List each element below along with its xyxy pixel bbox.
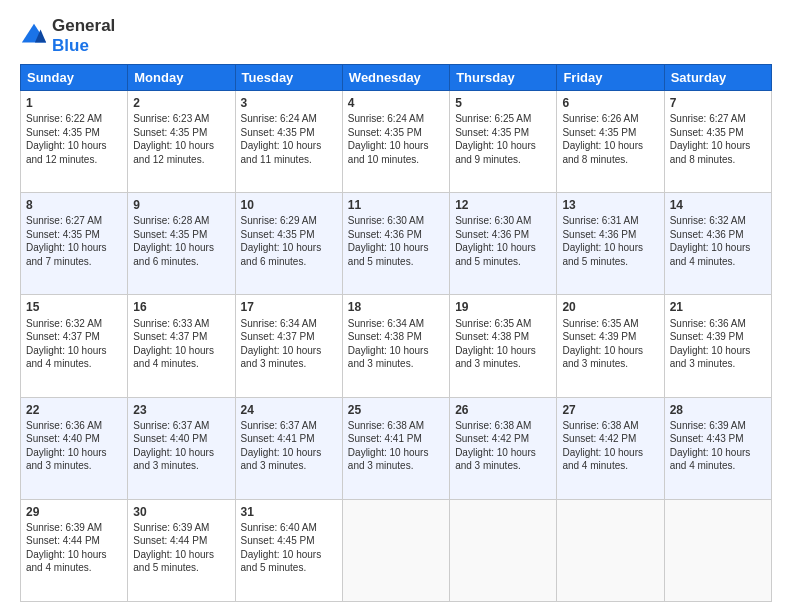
day-number: 14 [670, 197, 766, 213]
sunrise-text: Sunrise: 6:28 AM [133, 215, 209, 226]
logo: General Blue [20, 16, 115, 56]
calendar-week-2: 8Sunrise: 6:27 AMSunset: 4:35 PMDaylight… [21, 193, 772, 295]
sunrise-text: Sunrise: 6:24 AM [241, 113, 317, 124]
col-header-tuesday: Tuesday [235, 65, 342, 91]
day-number: 26 [455, 402, 551, 418]
page: General Blue SundayMondayTuesdayWednesda… [0, 0, 792, 612]
sunrise-text: Sunrise: 6:37 AM [133, 420, 209, 431]
calendar-day: 14Sunrise: 6:32 AMSunset: 4:36 PMDayligh… [664, 193, 771, 295]
sunset-text: Sunset: 4:44 PM [133, 535, 207, 546]
daylight-text: Daylight: 10 hours and 7 minutes. [26, 242, 107, 267]
sunrise-text: Sunrise: 6:34 AM [241, 318, 317, 329]
sunset-text: Sunset: 4:36 PM [562, 229, 636, 240]
sunset-text: Sunset: 4:35 PM [26, 127, 100, 138]
sunrise-text: Sunrise: 6:32 AM [670, 215, 746, 226]
day-number: 31 [241, 504, 337, 520]
calendar-week-3: 15Sunrise: 6:32 AMSunset: 4:37 PMDayligh… [21, 295, 772, 397]
day-number: 1 [26, 95, 122, 111]
day-number: 28 [670, 402, 766, 418]
sunset-text: Sunset: 4:44 PM [26, 535, 100, 546]
sunset-text: Sunset: 4:35 PM [348, 127, 422, 138]
sunset-text: Sunset: 4:35 PM [455, 127, 529, 138]
sunrise-text: Sunrise: 6:31 AM [562, 215, 638, 226]
sunrise-text: Sunrise: 6:30 AM [455, 215, 531, 226]
day-number: 2 [133, 95, 229, 111]
daylight-text: Daylight: 10 hours and 12 minutes. [26, 140, 107, 165]
day-number: 7 [670, 95, 766, 111]
sunset-text: Sunset: 4:37 PM [241, 331, 315, 342]
calendar-day: 12Sunrise: 6:30 AMSunset: 4:36 PMDayligh… [450, 193, 557, 295]
daylight-text: Daylight: 10 hours and 4 minutes. [562, 447, 643, 472]
sunset-text: Sunset: 4:36 PM [455, 229, 529, 240]
day-number: 6 [562, 95, 658, 111]
daylight-text: Daylight: 10 hours and 5 minutes. [348, 242, 429, 267]
col-header-sunday: Sunday [21, 65, 128, 91]
col-header-monday: Monday [128, 65, 235, 91]
calendar-week-1: 1Sunrise: 6:22 AMSunset: 4:35 PMDaylight… [21, 91, 772, 193]
sunrise-text: Sunrise: 6:24 AM [348, 113, 424, 124]
calendar-day: 20Sunrise: 6:35 AMSunset: 4:39 PMDayligh… [557, 295, 664, 397]
calendar-day: 26Sunrise: 6:38 AMSunset: 4:42 PMDayligh… [450, 397, 557, 499]
sunrise-text: Sunrise: 6:36 AM [670, 318, 746, 329]
calendar-day: 16Sunrise: 6:33 AMSunset: 4:37 PMDayligh… [128, 295, 235, 397]
sunset-text: Sunset: 4:41 PM [241, 433, 315, 444]
calendar-day: 23Sunrise: 6:37 AMSunset: 4:40 PMDayligh… [128, 397, 235, 499]
day-number: 12 [455, 197, 551, 213]
daylight-text: Daylight: 10 hours and 3 minutes. [562, 345, 643, 370]
daylight-text: Daylight: 10 hours and 4 minutes. [670, 242, 751, 267]
daylight-text: Daylight: 10 hours and 3 minutes. [241, 345, 322, 370]
sunrise-text: Sunrise: 6:36 AM [26, 420, 102, 431]
calendar-day: 7Sunrise: 6:27 AMSunset: 4:35 PMDaylight… [664, 91, 771, 193]
sunset-text: Sunset: 4:37 PM [133, 331, 207, 342]
sunset-text: Sunset: 4:41 PM [348, 433, 422, 444]
calendar-day: 15Sunrise: 6:32 AMSunset: 4:37 PMDayligh… [21, 295, 128, 397]
day-number: 20 [562, 299, 658, 315]
sunset-text: Sunset: 4:42 PM [455, 433, 529, 444]
sunrise-text: Sunrise: 6:34 AM [348, 318, 424, 329]
calendar-day: 4Sunrise: 6:24 AMSunset: 4:35 PMDaylight… [342, 91, 449, 193]
sunrise-text: Sunrise: 6:23 AM [133, 113, 209, 124]
calendar-day: 19Sunrise: 6:35 AMSunset: 4:38 PMDayligh… [450, 295, 557, 397]
calendar-day: 11Sunrise: 6:30 AMSunset: 4:36 PMDayligh… [342, 193, 449, 295]
col-header-thursday: Thursday [450, 65, 557, 91]
daylight-text: Daylight: 10 hours and 5 minutes. [455, 242, 536, 267]
col-header-friday: Friday [557, 65, 664, 91]
calendar-week-5: 29Sunrise: 6:39 AMSunset: 4:44 PMDayligh… [21, 499, 772, 601]
calendar-day [450, 499, 557, 601]
sunset-text: Sunset: 4:39 PM [670, 331, 744, 342]
daylight-text: Daylight: 10 hours and 4 minutes. [670, 447, 751, 472]
sunrise-text: Sunrise: 6:26 AM [562, 113, 638, 124]
day-number: 11 [348, 197, 444, 213]
sunrise-text: Sunrise: 6:39 AM [26, 522, 102, 533]
col-header-saturday: Saturday [664, 65, 771, 91]
daylight-text: Daylight: 10 hours and 3 minutes. [348, 447, 429, 472]
sunset-text: Sunset: 4:39 PM [562, 331, 636, 342]
calendar-day: 18Sunrise: 6:34 AMSunset: 4:38 PMDayligh… [342, 295, 449, 397]
day-number: 18 [348, 299, 444, 315]
daylight-text: Daylight: 10 hours and 5 minutes. [562, 242, 643, 267]
daylight-text: Daylight: 10 hours and 6 minutes. [133, 242, 214, 267]
daylight-text: Daylight: 10 hours and 5 minutes. [133, 549, 214, 574]
day-number: 3 [241, 95, 337, 111]
daylight-text: Daylight: 10 hours and 9 minutes. [455, 140, 536, 165]
calendar-day: 27Sunrise: 6:38 AMSunset: 4:42 PMDayligh… [557, 397, 664, 499]
sunrise-text: Sunrise: 6:35 AM [562, 318, 638, 329]
daylight-text: Daylight: 10 hours and 5 minutes. [241, 549, 322, 574]
calendar-day [664, 499, 771, 601]
calendar-day: 29Sunrise: 6:39 AMSunset: 4:44 PMDayligh… [21, 499, 128, 601]
calendar-day: 30Sunrise: 6:39 AMSunset: 4:44 PMDayligh… [128, 499, 235, 601]
calendar-day: 5Sunrise: 6:25 AMSunset: 4:35 PMDaylight… [450, 91, 557, 193]
header: General Blue [20, 16, 772, 56]
daylight-text: Daylight: 10 hours and 4 minutes. [26, 345, 107, 370]
sunrise-text: Sunrise: 6:25 AM [455, 113, 531, 124]
col-header-wednesday: Wednesday [342, 65, 449, 91]
daylight-text: Daylight: 10 hours and 3 minutes. [241, 447, 322, 472]
day-number: 24 [241, 402, 337, 418]
sunrise-text: Sunrise: 6:27 AM [26, 215, 102, 226]
daylight-text: Daylight: 10 hours and 11 minutes. [241, 140, 322, 165]
sunset-text: Sunset: 4:45 PM [241, 535, 315, 546]
sunset-text: Sunset: 4:35 PM [26, 229, 100, 240]
sunset-text: Sunset: 4:35 PM [241, 229, 315, 240]
calendar-day: 22Sunrise: 6:36 AMSunset: 4:40 PMDayligh… [21, 397, 128, 499]
sunset-text: Sunset: 4:36 PM [670, 229, 744, 240]
